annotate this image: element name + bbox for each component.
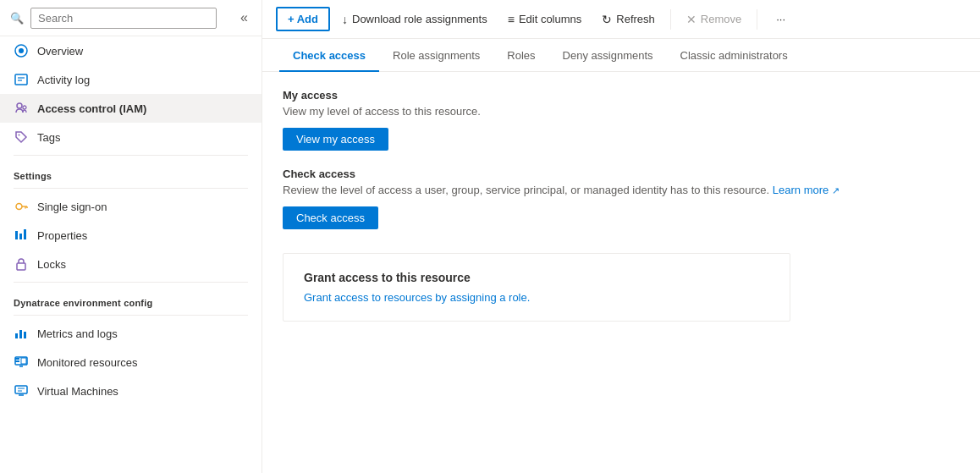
svg-point-8	[16, 204, 22, 210]
remove-button[interactable]: ✕ Remove	[678, 8, 750, 30]
svg-rect-13	[19, 234, 22, 239]
check-access-button[interactable]: Check access	[283, 206, 378, 229]
sidebar-item-metrics[interactable]: Metrics and logs	[0, 319, 262, 348]
svg-rect-17	[19, 330, 22, 338]
toolbar: + Add ↓ Download role assignments ≡ Edit…	[262, 0, 980, 39]
svg-rect-2	[15, 74, 27, 85]
search-box: 🔍 «	[0, 0, 262, 36]
remove-label: Remove	[701, 13, 741, 25]
search-input[interactable]	[30, 8, 217, 29]
sidebar-item-locks[interactable]: Locks	[0, 250, 262, 278]
svg-rect-15	[17, 263, 25, 270]
sidebar: 🔍 « Overview Activity log Access control…	[0, 0, 262, 473]
external-link-icon: ↗	[832, 185, 840, 195]
properties-icon	[14, 228, 29, 243]
search-icon: 🔍	[10, 12, 24, 25]
svg-rect-18	[24, 332, 26, 338]
sidebar-label-iam: Access control (IAM)	[37, 102, 146, 115]
svg-rect-16	[15, 333, 18, 338]
tab-deny-assignments[interactable]: Deny assignments	[549, 39, 667, 72]
sidebar-label-sso: Single sign-on	[37, 201, 107, 213]
monitored-icon	[14, 355, 29, 370]
svg-point-1	[19, 48, 24, 53]
tab-roles[interactable]: Roles	[493, 39, 548, 72]
check-access-title: Check access	[283, 168, 960, 180]
grant-box-title: Grant access to this resource	[304, 271, 769, 284]
sidebar-label-tags: Tags	[37, 131, 60, 144]
toolbar-separator-1	[670, 9, 671, 30]
svg-point-7	[19, 135, 20, 136]
svg-rect-12	[15, 231, 18, 239]
overview-icon	[14, 43, 29, 58]
svg-rect-14	[24, 229, 26, 239]
edit-columns-label: Edit columns	[519, 13, 581, 25]
sidebar-item-sso[interactable]: Single sign-on	[0, 192, 262, 221]
grant-box-description: Grant access to resources by assigning a…	[304, 291, 769, 304]
vm-icon	[14, 383, 29, 399]
my-access-section: My access View my level of access to thi…	[283, 89, 960, 168]
edit-columns-button[interactable]: ≡ Edit columns	[499, 8, 591, 30]
tab-check-access[interactable]: Check access	[279, 39, 379, 72]
sidebar-label-vms: Virtual Machines	[37, 385, 118, 398]
add-button[interactable]: + Add	[276, 7, 330, 31]
tags-icon	[14, 129, 29, 145]
sidebar-item-access-control[interactable]: Access control (IAM)	[0, 94, 262, 123]
toolbar-separator-2	[757, 9, 757, 30]
svg-rect-24	[15, 386, 27, 393]
content-body: My access View my level of access to thi…	[262, 72, 980, 338]
my-access-title: My access	[283, 89, 960, 102]
check-access-section: Check access Review the level of access …	[283, 168, 960, 246]
check-access-desc-text: Review the level of access a user, group…	[283, 184, 769, 196]
svg-point-6	[23, 106, 26, 109]
tab-role-assignments[interactable]: Role assignments	[379, 39, 493, 72]
refresh-label: Refresh	[616, 13, 655, 25]
sidebar-item-monitored[interactable]: Monitored resources	[0, 348, 262, 377]
metrics-icon	[14, 326, 29, 341]
activity-icon	[14, 72, 29, 87]
view-my-access-button[interactable]: View my access	[283, 128, 388, 151]
sidebar-item-overview[interactable]: Overview	[0, 36, 262, 65]
refresh-button[interactable]: ↻ Refresh	[593, 8, 663, 30]
iam-icon	[14, 101, 29, 116]
sidebar-item-vms[interactable]: Virtual Machines	[0, 377, 262, 405]
sidebar-label-properties: Properties	[37, 229, 87, 242]
sidebar-label-locks: Locks	[37, 258, 66, 271]
svg-point-5	[17, 103, 22, 108]
settings-section-header: Settings	[0, 159, 262, 184]
refresh-icon: ↻	[602, 13, 612, 26]
sidebar-label-overview: Overview	[37, 45, 83, 58]
download-button[interactable]: ↓ Download role assignments	[333, 8, 496, 30]
sidebar-item-tags[interactable]: Tags	[0, 123, 262, 151]
my-access-description: View my level of access to this resource…	[283, 105, 960, 118]
dynatrace-section-header: Dynatrace environment config	[0, 286, 262, 311]
download-icon: ↓	[342, 13, 348, 26]
learn-more-link[interactable]: Learn more ↗	[773, 184, 840, 196]
collapse-button[interactable]: «	[237, 7, 251, 29]
sidebar-label-activity: Activity log	[37, 74, 90, 86]
main-area: + Add ↓ Download role assignments ≡ Edit…	[262, 0, 980, 473]
check-access-description: Review the level of access a user, group…	[283, 184, 960, 196]
learn-more-text: Learn more	[773, 184, 829, 196]
lock-icon	[14, 256, 29, 272]
key-icon	[14, 199, 29, 214]
sidebar-item-activity-log[interactable]: Activity log	[0, 65, 262, 94]
grant-access-box: Grant access to this resource Grant acce…	[283, 253, 790, 322]
download-label: Download role assignments	[352, 13, 487, 25]
sidebar-label-monitored: Monitored resources	[37, 356, 138, 369]
sidebar-label-metrics: Metrics and logs	[37, 327, 118, 340]
tab-classic-admin[interactable]: Classic administrators	[667, 39, 801, 72]
sidebar-item-properties[interactable]: Properties	[0, 221, 262, 250]
columns-icon: ≡	[508, 13, 515, 26]
svg-rect-21	[15, 360, 19, 362]
content-area: My access View my level of access to thi…	[262, 72, 980, 473]
more-button[interactable]: ···	[768, 8, 794, 30]
svg-rect-20	[15, 358, 19, 360]
tabs-bar: Check access Role assignments Roles Deny…	[262, 39, 980, 72]
remove-icon: ✕	[686, 13, 696, 26]
svg-rect-22	[21, 358, 26, 364]
